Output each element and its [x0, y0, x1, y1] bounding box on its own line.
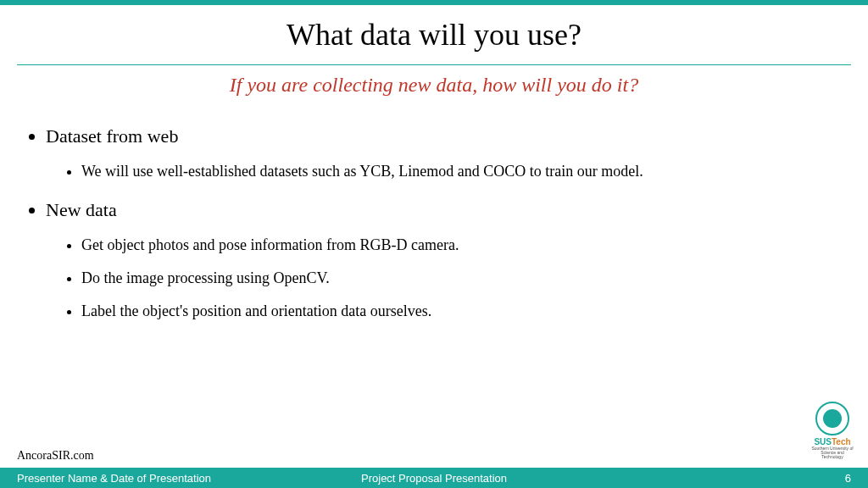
footer-page-number: 6	[845, 472, 851, 485]
bullet-list: Dataset from web We will use well-establ…	[27, 125, 841, 320]
seal-inner-icon	[823, 409, 842, 428]
bullet-text: New data	[46, 199, 117, 220]
sub-bullet-list: We will use well-established datasets su…	[46, 163, 841, 180]
slide-subtitle: If you are collecting new data, how will…	[0, 74, 868, 97]
logo-subtext: Southern University of Science and Techn…	[810, 446, 854, 459]
sub-bullet-item: Do the image processing using OpenCV.	[81, 269, 841, 287]
content-area: Dataset from web We will use well-establ…	[27, 125, 841, 320]
seal-icon	[815, 402, 849, 435]
sub-bullet-item: Get object photos and pose information f…	[81, 236, 841, 254]
slide: What data will you use? If you are colle…	[0, 0, 868, 488]
title-divider	[17, 64, 851, 65]
footer-left: Presenter Name & Date of Presentation	[17, 472, 211, 485]
footer-bar: Presenter Name & Date of Presentation Pr…	[0, 468, 868, 488]
site-url: AncoraSIR.com	[17, 449, 94, 463]
institution-logo: SUSTech Southern University of Science a…	[810, 402, 854, 459]
sub-bullet-item: Label the object's position and orientat…	[81, 302, 841, 320]
bullet-item: New data Get object photos and pose info…	[46, 199, 841, 320]
sub-bullet-item: We will use well-established datasets su…	[81, 163, 841, 180]
bullet-text: Dataset from web	[46, 125, 178, 147]
bullet-item: Dataset from web We will use well-establ…	[46, 125, 841, 180]
sub-bullet-list: Get object photos and pose information f…	[46, 236, 841, 320]
slide-title: What data will you use?	[0, 17, 868, 53]
footer-center: Project Proposal Presentation	[361, 472, 507, 485]
top-accent-bar	[0, 0, 868, 5]
